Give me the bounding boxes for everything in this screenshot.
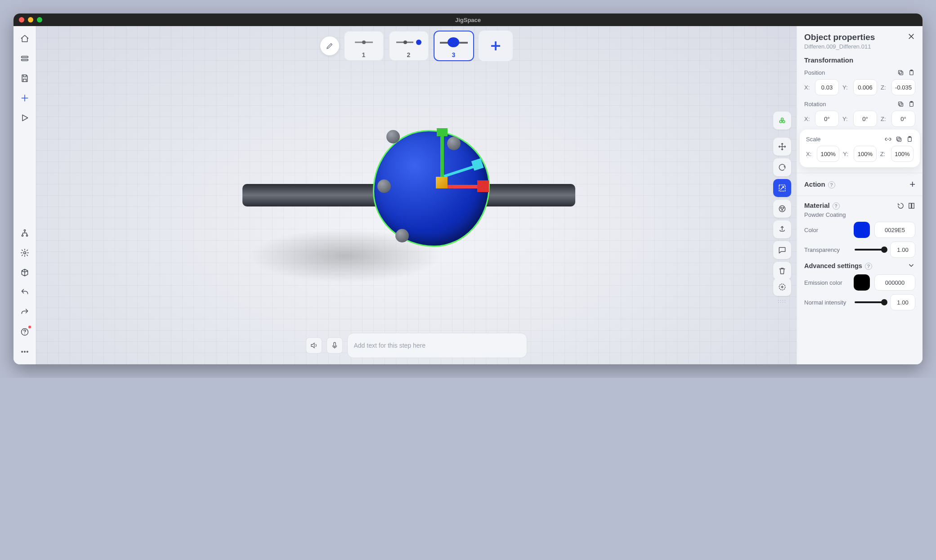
emission-hex-input[interactable]: 000000 <box>874 274 915 291</box>
color-hex-input[interactable]: 0029E5 <box>874 222 915 238</box>
rotation-y-input[interactable] <box>853 111 877 127</box>
panel-title: Object properties <box>804 32 915 42</box>
comment-tool-icon[interactable] <box>773 241 791 259</box>
paste-icon[interactable] <box>905 135 914 143</box>
sound-icon[interactable] <box>306 337 322 354</box>
mic-icon[interactable] <box>327 337 343 354</box>
transparency-slider[interactable] <box>855 249 885 251</box>
gear-icon[interactable] <box>17 245 33 261</box>
step-2[interactable]: 2 <box>389 31 429 61</box>
help-circle-icon[interactable]: ? <box>833 202 840 210</box>
emission-swatch[interactable] <box>854 274 870 291</box>
hierarchy-icon[interactable] <box>17 225 33 241</box>
more-icon[interactable] <box>17 344 33 360</box>
maximize-window-dot[interactable] <box>37 17 42 22</box>
minimize-window-dot[interactable] <box>28 17 33 22</box>
gizmo-y-axis[interactable] <box>440 134 444 179</box>
svg-point-21 <box>779 206 785 211</box>
axis-x-label: X: <box>804 84 811 91</box>
svg-point-11 <box>362 40 366 44</box>
scale-z-input[interactable] <box>891 146 914 162</box>
svg-rect-31 <box>900 103 903 107</box>
transparency-value[interactable]: 1.00 <box>890 242 915 258</box>
pivot-tool-icon[interactable] <box>773 220 791 238</box>
left-toolbar <box>13 26 36 364</box>
redo-icon[interactable] <box>17 304 33 320</box>
add-icon[interactable] <box>17 90 33 106</box>
bolt-shape <box>386 130 400 143</box>
traffic-lights <box>19 17 42 22</box>
material-heading: Material <box>804 202 830 209</box>
copy-icon[interactable] <box>896 68 905 76</box>
selected-object[interactable] <box>328 112 535 265</box>
close-window-dot[interactable] <box>19 17 24 22</box>
paste-icon[interactable] <box>907 68 915 76</box>
reset-icon[interactable] <box>896 202 905 210</box>
help-circle-icon[interactable]: ? <box>865 263 872 270</box>
library-icon[interactable] <box>907 202 915 210</box>
properties-panel: Object properties Differen.009_Differen.… <box>797 26 923 364</box>
panel-subtitle: Differen.009_Differen.011 <box>804 43 915 50</box>
undo-icon[interactable] <box>17 284 33 300</box>
chevron-down-icon[interactable] <box>907 261 915 271</box>
gizmo-center[interactable] <box>436 177 448 188</box>
bolt-shape <box>395 229 409 242</box>
drag-handle-icon[interactable]: :::: <box>778 299 786 304</box>
svg-rect-28 <box>898 70 902 74</box>
ar-icon[interactable] <box>17 264 33 281</box>
svg-point-22 <box>780 207 782 209</box>
axis-x-label: X: <box>806 151 813 157</box>
step-text-input[interactable] <box>347 333 527 358</box>
titlebar: JigSpace <box>13 13 923 26</box>
rotation-z-input[interactable] <box>891 111 915 127</box>
scale-x-input[interactable] <box>817 146 839 162</box>
emission-label: Emission color <box>804 279 849 286</box>
copy-icon[interactable] <box>895 135 903 143</box>
close-panel-icon[interactable] <box>907 32 915 42</box>
help-icon[interactable] <box>17 324 33 340</box>
steps-bar: 1 2 3 <box>320 31 513 61</box>
help-circle-icon[interactable]: ? <box>828 181 835 188</box>
layers-icon[interactable] <box>17 50 33 67</box>
rotation-x-input[interactable] <box>815 111 839 127</box>
svg-rect-27 <box>900 72 903 75</box>
delete-tool-icon[interactable] <box>773 262 791 280</box>
step-3[interactable]: 3 <box>434 31 474 61</box>
play-icon[interactable] <box>17 110 33 126</box>
step-1[interactable]: 1 <box>344 31 384 61</box>
move-tool-icon[interactable] <box>773 138 791 156</box>
scale-tool-icon[interactable] <box>773 179 791 197</box>
home-icon[interactable] <box>17 31 33 47</box>
axis-z-label: Z: <box>881 116 888 122</box>
rotate-tool-icon[interactable] <box>773 158 791 176</box>
position-label: Position <box>804 69 825 76</box>
material-tool-icon[interactable] <box>773 200 791 218</box>
add-step-button[interactable] <box>479 31 513 61</box>
svg-point-17 <box>779 121 782 123</box>
step-index: 3 <box>452 51 456 58</box>
link-icon[interactable] <box>884 135 892 143</box>
gizmo-x-axis[interactable] <box>444 185 484 188</box>
axis-y-label: Y: <box>842 84 850 91</box>
position-y-input[interactable] <box>853 79 877 95</box>
assembly-icon[interactable] <box>773 112 791 130</box>
axis-y-label: Y: <box>842 116 850 122</box>
copy-icon[interactable] <box>896 100 905 108</box>
focus-tool-icon[interactable] <box>773 278 791 296</box>
svg-rect-1 <box>21 59 28 61</box>
add-action-button[interactable]: + <box>909 179 915 190</box>
app-title: JigSpace <box>455 17 481 23</box>
edit-step-button[interactable] <box>320 36 339 55</box>
position-x-input[interactable] <box>815 79 839 95</box>
normal-value[interactable]: 1.00 <box>890 294 915 310</box>
svg-rect-35 <box>898 138 901 142</box>
paste-icon[interactable] <box>907 100 915 108</box>
scale-y-input[interactable] <box>854 146 876 162</box>
save-icon[interactable] <box>17 70 33 86</box>
svg-point-19 <box>781 118 784 120</box>
position-z-input[interactable] <box>891 79 915 95</box>
color-swatch[interactable] <box>854 222 870 238</box>
viewport[interactable]: 1 2 3 <box>36 26 797 364</box>
normal-slider[interactable] <box>855 301 885 303</box>
svg-point-8 <box>24 351 25 353</box>
